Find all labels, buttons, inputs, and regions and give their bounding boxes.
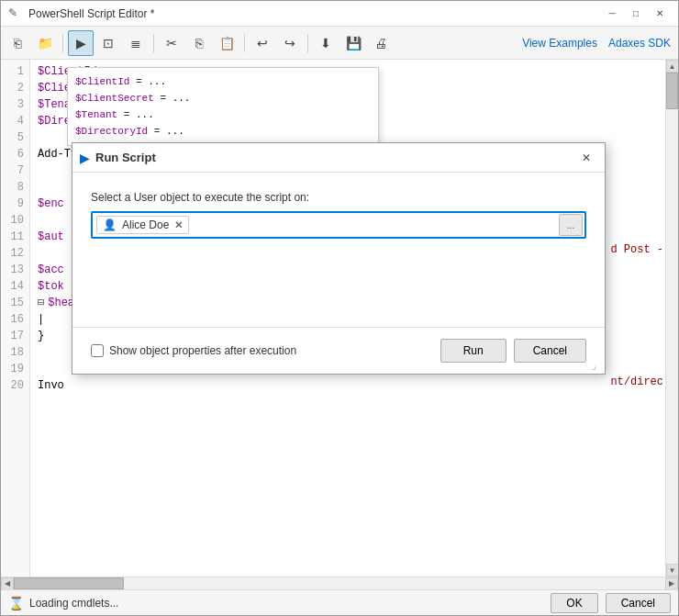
title-bar: ✎ PowerShell Script Editor * ─ □ ✕ bbox=[1, 1, 678, 27]
undo-button[interactable]: ↩ bbox=[250, 30, 275, 56]
vertical-scrollbar[interactable]: ▲ ▼ bbox=[665, 60, 678, 577]
maximize-button[interactable]: □ bbox=[625, 5, 647, 23]
toolbar-btn-4[interactable]: ⊡ bbox=[95, 30, 121, 56]
tooltip-line-4: $DirectoryId = ... bbox=[75, 123, 371, 140]
scroll-right-arrow[interactable]: ▶ bbox=[665, 577, 678, 590]
toolbar-btn-5[interactable]: ≣ bbox=[123, 30, 149, 56]
horizontal-scrollbar[interactable]: ◀ ▶ bbox=[1, 577, 678, 589]
dialog-action-buttons: Run Cancel bbox=[440, 339, 586, 363]
run-dialog-button[interactable]: Run bbox=[440, 339, 506, 363]
dialog-title-bar: ▶ Run Script ✕ bbox=[72, 143, 605, 173]
window-controls: ─ □ ✕ bbox=[601, 5, 671, 23]
toolbar-sep-3 bbox=[244, 34, 245, 52]
scroll-h-track[interactable] bbox=[14, 577, 665, 589]
tooltip-line-3: $Tenant = ... bbox=[75, 106, 371, 123]
run-button[interactable]: ▶ bbox=[68, 30, 94, 56]
status-loading: ⌛ Loading cmdlets... bbox=[8, 596, 551, 610]
checkbox-label: Show object properties after execution bbox=[109, 344, 296, 357]
new-button[interactable]: ⎗ bbox=[5, 30, 30, 56]
right-line-11: d Post - bbox=[610, 241, 663, 258]
tooltip-line-2: $ClientSecret = ... bbox=[75, 90, 371, 106]
dialog-run-icon: ▶ bbox=[80, 151, 90, 165]
run-script-dialog[interactable]: ▶ Run Script ✕ Select a User object to e… bbox=[72, 142, 606, 375]
ok-button[interactable]: OK bbox=[551, 593, 597, 613]
dialog-spacer bbox=[91, 239, 586, 312]
user-chip: 👤 Alice Doe ✕ bbox=[96, 216, 189, 234]
user-icon: 👤 bbox=[103, 218, 117, 231]
dialog-footer: Show object properties after execution R… bbox=[72, 327, 605, 374]
tooltip-line-1: $ClientId = ... bbox=[75, 73, 371, 90]
minimize-button[interactable]: ─ bbox=[601, 5, 623, 23]
loading-icon: ⌛ bbox=[8, 596, 24, 610]
window-title: PowerShell Script Editor * bbox=[28, 7, 601, 20]
cut-button[interactable]: ✂ bbox=[159, 30, 184, 56]
scroll-thumb[interactable] bbox=[666, 73, 678, 109]
scroll-down-arrow[interactable]: ▼ bbox=[666, 564, 679, 577]
cancel-dialog-button[interactable]: Cancel bbox=[514, 339, 586, 363]
toolbar-sep-4 bbox=[307, 34, 308, 52]
browse-button[interactable]: ... bbox=[559, 214, 583, 236]
window-close-button[interactable]: ✕ bbox=[649, 5, 671, 23]
scroll-up-arrow[interactable]: ▲ bbox=[666, 60, 679, 73]
right-line-20: nt/direc bbox=[610, 374, 663, 390]
toolbar-sep-1 bbox=[62, 34, 63, 52]
code-right-overflow-20: nt/direc bbox=[610, 374, 663, 390]
checkbox-row: Show object properties after execution bbox=[91, 344, 429, 357]
scroll-h-thumb[interactable] bbox=[14, 577, 124, 589]
status-buttons: OK Cancel bbox=[551, 593, 671, 613]
paste-button[interactable]: 📋 bbox=[214, 30, 239, 56]
dialog-body: Select a User object to execute the scri… bbox=[72, 173, 605, 327]
user-name: Alice Doe bbox=[122, 218, 169, 231]
dialog-close-button[interactable]: ✕ bbox=[575, 148, 597, 168]
dialog-title: Run Script bbox=[95, 151, 575, 164]
dialog-resize-handle[interactable]: ⌟ bbox=[592, 361, 603, 372]
user-chip-remove-button[interactable]: ✕ bbox=[174, 219, 183, 231]
scroll-track[interactable] bbox=[666, 73, 678, 564]
view-examples-link[interactable]: View Examples bbox=[522, 37, 597, 50]
code-right-overflow: d Post - bbox=[610, 241, 663, 258]
copy-button[interactable]: ⎘ bbox=[186, 30, 212, 56]
toolbar-links: View Examples Adaxes SDK bbox=[522, 37, 671, 50]
app-icon: ✎ bbox=[8, 6, 23, 21]
print-button[interactable]: 🖨 bbox=[368, 30, 394, 56]
save-button[interactable]: 💾 bbox=[340, 30, 366, 56]
show-properties-checkbox[interactable] bbox=[91, 344, 104, 357]
cancel-button[interactable]: Cancel bbox=[606, 593, 671, 613]
redo-button[interactable]: ↪ bbox=[277, 30, 303, 56]
user-select-box[interactable]: 👤 Alice Doe ✕ ... bbox=[91, 211, 586, 239]
adaxes-sdk-link[interactable]: Adaxes SDK bbox=[608, 37, 671, 50]
toolbar: ⎗ 📁 ▶ ⊡ ≣ ✂ ⎘ 📋 ↩ ↪ ⬇ 💾 🖨 View Examples … bbox=[1, 27, 678, 60]
open-button[interactable]: 📁 bbox=[32, 30, 58, 56]
line-numbers: 1 2 3 4 5 6 7 8 9 10 11 12 13 14 15 16 1… bbox=[1, 60, 30, 577]
status-bar: ⌛ Loading cmdlets... OK Cancel bbox=[1, 589, 678, 615]
code-tooltip: $ClientId = ... $ClientSecret = ... $Ten… bbox=[67, 67, 379, 146]
toolbar-sep-2 bbox=[153, 34, 154, 52]
code-line-20: Invo bbox=[38, 377, 658, 394]
scroll-left-arrow[interactable]: ◀ bbox=[1, 577, 14, 590]
dialog-instruction: Select a User object to execute the scri… bbox=[91, 191, 586, 204]
import-button[interactable]: ⬇ bbox=[313, 30, 339, 56]
loading-text: Loading cmdlets... bbox=[29, 597, 118, 610]
